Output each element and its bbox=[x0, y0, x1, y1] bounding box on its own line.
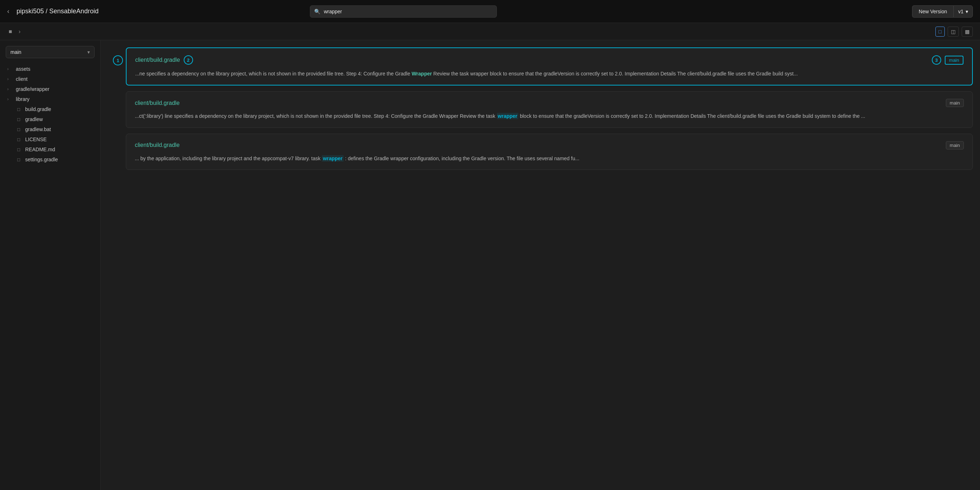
result-file-3: client/build.gradle bbox=[135, 142, 180, 148]
file-name: README.md bbox=[25, 147, 55, 152]
sidebar-item-build-gradle[interactable]: › □ build.gradle bbox=[0, 104, 100, 114]
result-card-1[interactable]: 1 client/build.gradle 2 3 main ...ne spe… bbox=[126, 48, 973, 86]
file-name: LICENSE bbox=[25, 136, 47, 142]
result-badge-1: 2 bbox=[184, 56, 193, 65]
file-name: build.gradle bbox=[25, 106, 51, 112]
result-tag-main-3: main bbox=[946, 141, 964, 149]
repo-title: pipski505 / SensableAndroid bbox=[16, 8, 99, 15]
file-icon: □ bbox=[16, 107, 22, 112]
result-text-1: ...ne specifies a dependency on the libr… bbox=[135, 70, 964, 78]
sidebar-item-gradle-wrapper[interactable]: › gradle/wrapper bbox=[0, 84, 100, 94]
sidebar-item-settings-gradle[interactable]: › □ settings.gradle bbox=[0, 154, 100, 165]
new-version-button[interactable]: New Version bbox=[912, 5, 954, 17]
cards-wrapper: 1 client/build.gradle 2 3 main ...ne spe… bbox=[108, 48, 973, 170]
highlight-wrapper-2: wrapper bbox=[497, 113, 519, 119]
card-header-right-1: 3 main bbox=[932, 56, 964, 65]
sidebar-item-library[interactable]: › library bbox=[0, 94, 100, 104]
folder-name: assets bbox=[16, 66, 30, 72]
folder-arrow-icon: › bbox=[7, 76, 12, 82]
secondary-toolbar: ■ › □ ◫ ▩ bbox=[0, 23, 980, 40]
branch-name: main bbox=[10, 49, 21, 55]
sidebar-item-client[interactable]: › client bbox=[0, 74, 100, 84]
result-text-2: ...ct(':library') line specifies a depen… bbox=[135, 112, 964, 120]
file-name: gradlew.bat bbox=[25, 127, 51, 132]
file-icon: □ bbox=[16, 117, 22, 122]
search-container: 🔍 bbox=[310, 5, 497, 17]
branch-selector[interactable]: main ▾ bbox=[6, 46, 95, 58]
back-button[interactable]: ‹ bbox=[7, 8, 10, 15]
folder-name: library bbox=[16, 96, 29, 102]
card-header-right-3: main bbox=[946, 141, 964, 149]
device-icon[interactable]: ■ bbox=[7, 27, 14, 36]
file-icon: □ bbox=[16, 137, 22, 142]
view-chart-button[interactable]: ▩ bbox=[962, 27, 973, 36]
sidebar-item-license[interactable]: › □ LICENSE bbox=[0, 134, 100, 144]
folder-arrow-icon: › bbox=[7, 97, 12, 101]
result-file-1: client/build.gradle bbox=[135, 57, 180, 63]
version-dropdown-button[interactable]: v1 ▾ bbox=[953, 5, 973, 17]
sidebar-item-gradlew[interactable]: › □ gradlew bbox=[0, 114, 100, 124]
search-input[interactable] bbox=[310, 5, 497, 17]
highlight-wrapper-3: wrapper bbox=[322, 155, 343, 162]
file-icon: □ bbox=[16, 157, 22, 162]
view-list-button[interactable]: ◫ bbox=[948, 27, 959, 36]
view-toggle: □ ◫ ▩ bbox=[935, 27, 973, 36]
card-header-2: client/build.gradle main bbox=[135, 99, 964, 107]
result-index-1: 1 bbox=[113, 56, 123, 65]
file-name: settings.gradle bbox=[25, 157, 58, 162]
highlight-wrapper-1: Wrapper bbox=[412, 71, 432, 76]
card-header-1: client/build.gradle 2 3 main bbox=[135, 56, 964, 65]
search-results: 1 client/build.gradle 2 3 main ...ne spe… bbox=[101, 40, 980, 490]
result-file-2: client/build.gradle bbox=[135, 100, 180, 106]
result-index-badge-3: 3 bbox=[932, 56, 941, 65]
search-icon: 🔍 bbox=[314, 9, 320, 14]
file-icon: □ bbox=[16, 127, 22, 132]
folder-name: client bbox=[16, 76, 28, 82]
breadcrumb-arrow-icon: › bbox=[17, 27, 22, 36]
sidebar-item-gradlew-bat[interactable]: › □ gradlew.bat bbox=[0, 124, 100, 134]
branch-arrow-icon: ▾ bbox=[88, 49, 90, 55]
card-header-right-2: main bbox=[946, 99, 964, 107]
folder-name: gradle/wrapper bbox=[16, 86, 49, 92]
file-name: gradlew bbox=[25, 116, 43, 122]
file-icon: □ bbox=[16, 147, 22, 152]
header: ‹ pipski505 / SensableAndroid 🔍 New Vers… bbox=[0, 0, 980, 23]
result-card-3[interactable]: client/build.gradle main ... by the appl… bbox=[126, 134, 973, 170]
sidebar-item-assets[interactable]: › assets bbox=[0, 64, 100, 74]
header-actions: New Version v1 ▾ bbox=[912, 5, 973, 17]
result-text-3: ... by the application, including the li… bbox=[135, 154, 964, 162]
version-arrow-icon: ▾ bbox=[966, 9, 968, 14]
folder-arrow-icon: › bbox=[7, 67, 12, 71]
view-grid-button[interactable]: □ bbox=[935, 27, 945, 36]
sidebar-item-readme[interactable]: › □ README.md bbox=[0, 144, 100, 154]
folder-arrow-icon: › bbox=[7, 87, 12, 92]
main-layout: main ▾ › assets › client › gradle/wrappe… bbox=[0, 40, 980, 490]
result-tag-main-2: main bbox=[946, 99, 964, 107]
version-label: v1 bbox=[958, 9, 964, 14]
sidebar: main ▾ › assets › client › gradle/wrappe… bbox=[0, 40, 101, 490]
result-tag-main-1: main bbox=[945, 56, 964, 65]
card-header-3: client/build.gradle main bbox=[135, 141, 964, 149]
result-card-2[interactable]: client/build.gradle main ...ct(':library… bbox=[126, 91, 973, 127]
